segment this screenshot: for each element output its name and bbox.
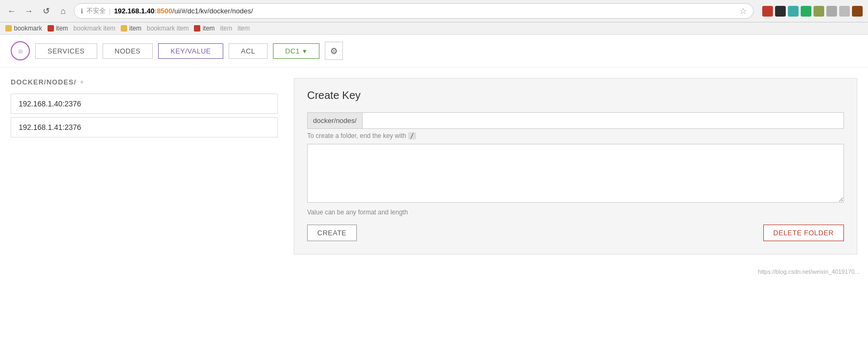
- node-label-2: 192.168.1.41:2376: [19, 123, 81, 132]
- bookmark-6[interactable]: item: [194, 25, 215, 32]
- address-separator: |: [109, 7, 111, 15]
- bookmark-favicon-1: [5, 25, 12, 32]
- bookmark-1[interactable]: bookmark: [5, 25, 42, 32]
- right-panel: Create Key docker/nodes/ To create a fol…: [294, 78, 857, 255]
- ext-icon-8: [852, 6, 863, 17]
- bookmark-5[interactable]: bookmark item: [147, 25, 189, 32]
- add-key-button[interactable]: +: [80, 78, 84, 86]
- dc1-button[interactable]: DC1 ▾: [273, 43, 319, 59]
- logo[interactable]: ◎: [11, 41, 30, 60]
- browser-chrome: ← → ↺ ⌂ ℹ 不安全 | 192.168.1.40:8500/ui/#/d…: [0, 0, 868, 22]
- address-text: 192.168.1.40:8500/ui/#/dc1/kv/docker/nod…: [114, 7, 733, 15]
- refresh-button[interactable]: ↺: [40, 5, 52, 18]
- bookmark-label-4: item: [129, 25, 142, 32]
- browser-extension-icons: [762, 6, 863, 17]
- create-button[interactable]: CREATE: [307, 225, 357, 241]
- key-prefix: docker/nodes/: [308, 113, 363, 128]
- node-item-1[interactable]: 192.168.1.40:2376: [11, 94, 278, 114]
- app-container: ◎ SERVICES NODES KEY/VALUE ACL DC1 ▾ ⚙ D…: [0, 35, 868, 345]
- ext-icon-5: [814, 6, 824, 17]
- security-icon: ℹ: [81, 7, 83, 15]
- bookmark-favicon-4: [121, 25, 127, 32]
- ext-icon-4: [801, 6, 811, 17]
- slash-badge: /: [408, 132, 416, 140]
- hint-text-part1: To create a folder, end the key with: [307, 132, 408, 140]
- bookmark-label-6: item: [202, 25, 215, 32]
- bookmark-2[interactable]: item: [48, 25, 68, 32]
- bookmark-label-2: item: [56, 25, 68, 32]
- url-port: :8500: [154, 7, 172, 15]
- footer-hint: https://blog.csdn.net/weixin_4019170...: [0, 265, 868, 278]
- dc1-arrow-icon: ▾: [303, 47, 307, 55]
- security-label: 不安全: [87, 6, 106, 16]
- bookmark-label-8: item: [238, 25, 250, 32]
- bookmark-label-3: bookmark item: [73, 25, 115, 32]
- star-icon[interactable]: ☆: [739, 6, 747, 16]
- ext-icon-6: [826, 6, 837, 17]
- gear-icon: ⚙: [330, 46, 338, 56]
- key-input-row: docker/nodes/: [307, 112, 844, 129]
- forward-button[interactable]: →: [22, 5, 35, 18]
- bookmark-7[interactable]: item: [220, 25, 232, 32]
- ext-icon-7: [839, 6, 850, 17]
- folder-hint: To create a folder, end the key with /: [307, 132, 844, 140]
- bookmark-label-7: item: [220, 25, 232, 32]
- ext-icon-2: [775, 6, 786, 17]
- nodes-button[interactable]: NODES: [103, 43, 153, 59]
- delete-folder-button[interactable]: DELETE FOLDER: [763, 225, 844, 241]
- path-header: DOCKER/NODES/ +: [11, 78, 278, 86]
- bookmark-4[interactable]: item: [121, 25, 142, 32]
- action-row: CREATE DELETE FOLDER: [307, 225, 844, 241]
- bookmark-label-5: bookmark item: [147, 25, 189, 32]
- value-hint: Value can be any format and length: [307, 209, 844, 216]
- value-textarea[interactable]: [307, 144, 844, 203]
- bookmark-8[interactable]: item: [238, 25, 250, 32]
- path-text: DOCKER/NODES/: [11, 78, 76, 86]
- key-input[interactable]: [363, 113, 843, 128]
- home-button[interactable]: ⌂: [57, 5, 69, 18]
- url-path: /ui/#/dc1/kv/docker/nodes/: [173, 7, 253, 15]
- bookmarks-bar: bookmark item bookmark item item bookmar…: [0, 22, 868, 35]
- url-host: 192.168.1.40: [114, 7, 154, 15]
- acl-button[interactable]: ACL: [229, 43, 268, 59]
- create-key-title: Create Key: [307, 89, 844, 102]
- left-panel: DOCKER/NODES/ + 192.168.1.40:2376 192.16…: [11, 78, 278, 255]
- footer-hint-text: https://blog.csdn.net/weixin_4019170...: [758, 268, 859, 275]
- top-nav: ◎ SERVICES NODES KEY/VALUE ACL DC1 ▾ ⚙: [0, 35, 868, 67]
- bookmark-3[interactable]: bookmark item: [73, 25, 115, 32]
- keyvalue-button[interactable]: KEY/VALUE: [158, 43, 223, 59]
- address-bar[interactable]: ℹ 不安全 | 192.168.1.40:8500/ui/#/dc1/kv/do…: [74, 3, 754, 19]
- ext-icon-3: [788, 6, 799, 17]
- settings-button[interactable]: ⚙: [325, 42, 343, 60]
- main-content: DOCKER/NODES/ + 192.168.1.40:2376 192.16…: [0, 67, 868, 265]
- node-label-1: 192.168.1.40:2376: [19, 99, 81, 108]
- bookmark-favicon-6: [194, 25, 200, 32]
- ext-icon-1: [762, 6, 773, 17]
- bookmark-favicon-2: [48, 25, 54, 32]
- dc1-label: DC1: [285, 47, 300, 55]
- back-button[interactable]: ←: [5, 5, 18, 18]
- node-item-2[interactable]: 192.168.1.41:2376: [11, 117, 278, 137]
- bookmark-label-1: bookmark: [14, 25, 42, 32]
- services-button[interactable]: SERVICES: [35, 43, 97, 59]
